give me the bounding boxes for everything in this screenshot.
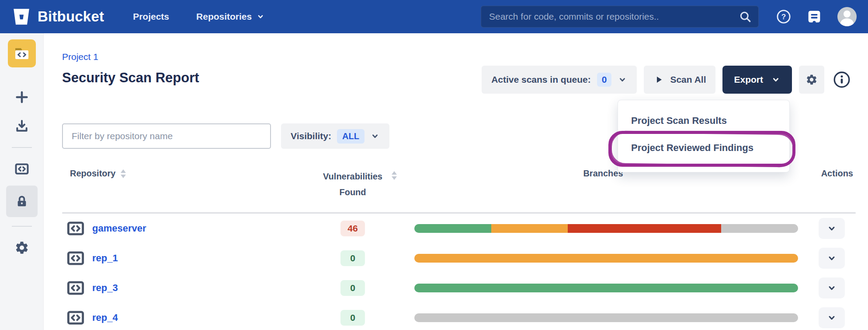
chevron-down-icon — [826, 312, 837, 323]
chevron-down-icon — [771, 75, 781, 84]
user-avatar[interactable] — [837, 7, 857, 26]
chevron-down-icon — [826, 253, 837, 263]
row-expand-button[interactable] — [819, 218, 845, 239]
bitbucket-logo[interactable]: Bitbucket — [11, 7, 104, 27]
chevron-down-icon — [826, 223, 837, 234]
top-navigation-bar: Bitbucket Projects Repositories — [0, 0, 868, 33]
global-search[interactable] — [481, 6, 759, 28]
repository-cell: rep_3 — [62, 279, 307, 297]
menu-item-project-scan-results[interactable]: Project Scan Results — [618, 107, 789, 134]
play-icon — [653, 74, 664, 85]
branch-status-bar[interactable] — [414, 254, 798, 263]
filter-row: Visibility: ALL — [62, 123, 389, 149]
branches-cell — [399, 254, 808, 263]
info-icon — [833, 70, 851, 89]
row-expand-button[interactable] — [819, 307, 845, 328]
queue-label: Active scans in queue: — [491, 74, 591, 85]
search-icon[interactable] — [739, 11, 751, 23]
repository-code-icon — [66, 249, 85, 267]
branch-status-bar[interactable] — [414, 284, 798, 292]
breadcrumb-project-link[interactable]: Project 1 — [62, 52, 98, 62]
topbar-right-icons — [776, 7, 857, 26]
chevron-down-icon — [826, 283, 837, 293]
sidebar-create-button[interactable] — [6, 85, 38, 109]
gear-icon — [14, 240, 29, 255]
vulnerability-count-badge: 0 — [340, 310, 365, 326]
column-header-repository[interactable]: Repository — [62, 169, 307, 179]
table-row: rep_4 0 — [62, 303, 856, 330]
export-label: Export — [734, 74, 763, 85]
plus-icon — [14, 90, 29, 105]
row-expand-button[interactable] — [819, 248, 845, 269]
sort-icon[interactable] — [392, 171, 397, 180]
repo-link[interactable]: gameserver — [92, 223, 146, 234]
visibility-dropdown[interactable]: Visibility: ALL — [281, 123, 389, 149]
active-scans-queue-dropdown[interactable]: Active scans in queue: 0 — [482, 66, 637, 94]
sort-icon[interactable] — [121, 169, 126, 178]
repository-cell: rep_1 — [62, 249, 307, 267]
repository-code-icon — [66, 219, 85, 238]
row-expand-button[interactable] — [819, 277, 845, 298]
menu-item-project-reviewed-findings[interactable]: Project Reviewed Findings — [618, 134, 789, 161]
branches-cell — [399, 313, 808, 322]
repository-code-icon — [66, 279, 85, 297]
table-row: rep_1 0 — [62, 243, 856, 273]
visibility-value: ALL — [337, 129, 365, 144]
sidebar-settings-button[interactable] — [6, 235, 38, 260]
help-icon[interactable] — [776, 9, 791, 24]
branch-status-bar[interactable] — [414, 313, 798, 322]
export-button[interactable]: Export — [722, 66, 792, 94]
vulnerability-count-badge: 0 — [340, 280, 365, 296]
sidebar-divider — [12, 147, 32, 148]
download-icon — [15, 119, 29, 133]
nav-projects[interactable]: Projects — [133, 11, 169, 22]
chevron-down-icon — [618, 75, 627, 84]
branches-cell — [399, 224, 808, 233]
bitbucket-security-scan-page: Bitbucket Projects Repositories — [0, 0, 868, 330]
vulnerabilities-cell: 0 — [307, 310, 399, 326]
repository-table: Repository Vulnerabilities Found Branche… — [62, 169, 856, 330]
vulnerabilities-cell: 0 — [307, 250, 399, 266]
visibility-label: Visibility: — [291, 131, 331, 141]
table-row: rep_3 0 — [62, 273, 856, 303]
queue-count-badge: 0 — [597, 73, 612, 87]
repo-link[interactable]: rep_1 — [92, 253, 118, 264]
repo-link[interactable]: rep_3 — [92, 282, 118, 294]
actions-cell — [808, 307, 856, 328]
branch-status-bar[interactable] — [414, 224, 798, 233]
scan-all-label: Scan All — [670, 74, 706, 85]
sidebar-project-avatar[interactable] — [8, 39, 36, 67]
vulnerability-count-badge: 46 — [340, 221, 365, 236]
lock-icon — [15, 194, 29, 208]
main-content: Project 1 Security Scan Report Active sc… — [44, 33, 868, 330]
person-icon — [837, 7, 857, 26]
scan-all-button[interactable]: Scan All — [644, 66, 715, 94]
actions-cell — [808, 218, 856, 239]
branches-cell — [399, 284, 808, 292]
column-header-vulnerabilities[interactable]: Vulnerabilities Found — [307, 169, 399, 200]
info-button[interactable] — [831, 66, 852, 94]
report-settings-button[interactable] — [799, 66, 824, 94]
sidebar-divider — [12, 226, 32, 227]
feedback-icon[interactable] — [807, 9, 822, 24]
repository-code-icon — [66, 309, 85, 327]
column-header-actions: Actions — [808, 169, 856, 179]
gear-icon — [806, 74, 818, 86]
bitbucket-bucket-icon — [11, 7, 31, 27]
actions-cell — [808, 277, 856, 298]
repo-link[interactable]: rep_4 — [92, 312, 118, 323]
left-sidebar — [0, 33, 44, 330]
search-input[interactable] — [489, 11, 739, 22]
sidebar-source-button[interactable] — [6, 157, 38, 181]
nav-repositories-label: Repositories — [196, 11, 252, 22]
vulnerabilities-header-label: Vulnerabilities Found — [323, 169, 382, 200]
repository-header-label: Repository — [70, 169, 115, 179]
vulnerability-count-badge: 0 — [340, 250, 365, 266]
sidebar-clone-button[interactable] — [6, 114, 38, 138]
repository-filter-input[interactable] — [62, 123, 271, 149]
sidebar-security-button[interactable] — [6, 186, 38, 217]
chevron-down-icon — [256, 12, 265, 21]
vulnerabilities-cell: 0 — [307, 280, 399, 296]
nav-repositories[interactable]: Repositories — [196, 11, 265, 22]
vulnerabilities-cell: 46 — [307, 221, 399, 236]
